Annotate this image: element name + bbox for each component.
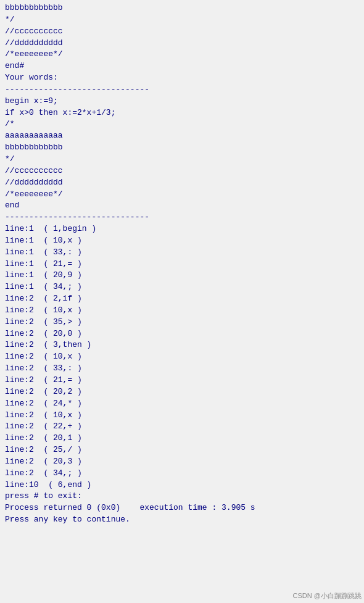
terminal-line: /*eeeeeeee*/ — [5, 49, 359, 60]
terminal-line: press # to exit: — [5, 491, 359, 502]
terminal-line: line:2 ( 35,> ) — [5, 317, 359, 328]
terminal-line: line:2 ( 21,= ) — [5, 375, 359, 386]
terminal-line: /*eeeeeeee*/ — [5, 189, 359, 201]
terminal-line: ------------------------------ — [5, 84, 359, 96]
terminal-line: line:2 ( 25,/ ) — [5, 444, 359, 456]
terminal-line: //dddddddddd — [5, 177, 359, 189]
terminal-line: line:2 ( 34,; ) — [5, 468, 359, 480]
terminal-line: */ — [5, 154, 359, 165]
terminal-line: line:1 ( 21,= ) — [5, 259, 359, 270]
terminal-line: line:2 ( 3,then ) — [5, 339, 359, 351]
terminal-line: //cccccccccc — [5, 165, 359, 177]
terminal-line: end# — [5, 60, 359, 72]
terminal-line: Your words: — [5, 72, 359, 84]
terminal-line: //cccccccccc — [5, 26, 359, 38]
terminal-line: ------------------------------ — [5, 212, 359, 223]
terminal-line: line:2 ( 24,* ) — [5, 398, 359, 410]
terminal-line: line:2 ( 10,x ) — [5, 305, 359, 317]
terminal-line: line:1 ( 34,; ) — [5, 281, 359, 293]
terminal-line: begin x:=9; — [5, 96, 359, 107]
terminal-line: end — [5, 200, 359, 212]
terminal-line: /* — [5, 119, 359, 130]
terminal-line: line:2 ( 20,0 ) — [5, 328, 359, 340]
terminal-line: Process returned 0 (0x0) execution time … — [5, 502, 359, 514]
terminal-line: line:2 ( 10,x ) — [5, 410, 359, 422]
terminal-line: line:1 ( 20,9 ) — [5, 270, 359, 281]
terminal-line: line:2 ( 10,x ) — [5, 351, 359, 363]
terminal-line: line:2 ( 20,1 ) — [5, 433, 359, 444]
watermark: CSDN @小白蹦蹦跳跳 — [293, 591, 362, 601]
terminal-line: line:1 ( 1,begin ) — [5, 223, 359, 235]
terminal-line: line:1 ( 10,x ) — [5, 235, 359, 247]
terminal-line: bbbbbbbbbbbb — [5, 2, 359, 14]
terminal-line: if x>0 then x:=2*x+1/3; — [5, 107, 359, 119]
terminal-line: line:2 ( 2,if ) — [5, 293, 359, 305]
terminal-line: //dddddddddd — [5, 38, 359, 49]
terminal-line: bbbbbbbbbbbb — [5, 142, 359, 154]
terminal-line: line:2 ( 33,: ) — [5, 363, 359, 375]
terminal-line: */ — [5, 14, 359, 26]
terminal-window: bbbbbbbbbbbb*///cccccccccc//dddddddddd/*… — [0, 0, 364, 603]
terminal-line: aaaaaaaaaaaa — [5, 130, 359, 142]
terminal-line: line:1 ( 33,: ) — [5, 247, 359, 259]
terminal-line: line:2 ( 20,2 ) — [5, 386, 359, 398]
terminal-line: line:2 ( 20,3 ) — [5, 456, 359, 468]
terminal-line: Press any key to continue. — [5, 514, 359, 526]
terminal-line: line:10 ( 6,end ) — [5, 480, 359, 491]
terminal-line: line:2 ( 22,+ ) — [5, 421, 359, 433]
